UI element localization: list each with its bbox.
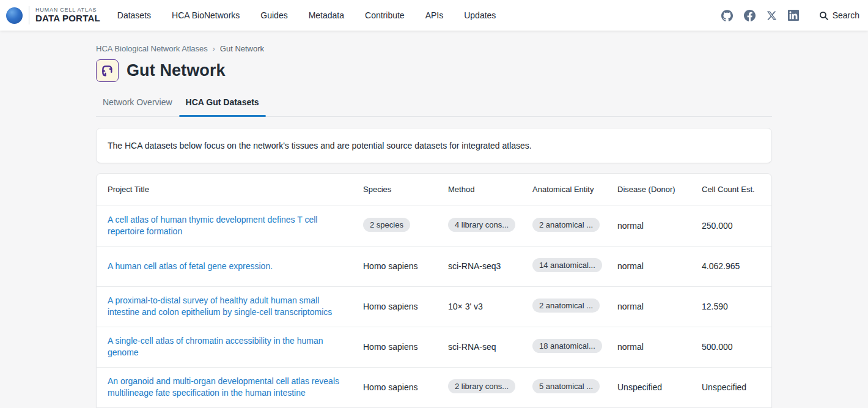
- nav-item-apis[interactable]: APIs: [425, 10, 444, 20]
- anatomical-entity-badge[interactable]: 5 anatomical ...: [532, 379, 600, 393]
- table-row: A proximal-to-distal survey of healthy a…: [97, 286, 772, 327]
- species-value: Homo sapiens: [363, 382, 418, 392]
- cell-count-value: 250.000: [702, 221, 733, 231]
- tab-network-overview[interactable]: Network Overview: [96, 92, 179, 116]
- nav-item-updates[interactable]: Updates: [464, 10, 496, 20]
- cell-count-value: 12.590: [702, 302, 728, 311]
- method-badge[interactable]: 4 library cons...: [448, 218, 515, 232]
- column-header-method: Method: [448, 174, 532, 206]
- breadcrumb: HCA Biological Network Atlases › Gut Net…: [96, 44, 772, 53]
- x-twitter-icon[interactable]: [767, 10, 777, 21]
- method-value: sci-RNA-seq: [448, 342, 496, 352]
- project-title-link[interactable]: A human cell atlas of fetal gene express…: [108, 261, 273, 272]
- top-nav-bar: HUMAN CELL ATLAS DATA PORTAL Datasets HC…: [0, 0, 868, 31]
- cell-count-value: 500.000: [702, 342, 733, 352]
- method-badge[interactable]: 2 library cons...: [448, 379, 515, 393]
- facebook-icon[interactable]: [744, 10, 756, 21]
- nav-item-guides[interactable]: Guides: [260, 10, 287, 20]
- disease-value: normal: [617, 261, 644, 271]
- cell-count-value: 4.062.965: [702, 261, 740, 271]
- anatomical-entity-badge[interactable]: 18 anatomical...: [532, 339, 602, 353]
- tab-hca-gut-datasets[interactable]: HCA Gut Datasets: [179, 92, 266, 116]
- table-row: A cell atlas of human thymic development…: [97, 206, 772, 246]
- datasets-notice: The HCA datasets below focus on the netw…: [96, 128, 772, 163]
- page-title: Gut Network: [127, 61, 226, 80]
- disease-value: normal: [617, 221, 644, 231]
- cell-count-value: Unspecified: [702, 382, 746, 392]
- gut-icon: [96, 59, 119, 82]
- linkedin-icon[interactable]: [788, 10, 799, 21]
- species-value: Homo sapiens: [363, 342, 418, 352]
- column-header-project-title: Project Title: [97, 174, 363, 206]
- datasets-table-card: Project Title Species Method Anatomical …: [96, 173, 772, 408]
- search-button[interactable]: Search: [818, 10, 859, 21]
- main-content: HCA Biological Network Atlases › Gut Net…: [0, 31, 868, 408]
- search-icon: [818, 10, 829, 21]
- nav-item-contribute[interactable]: Contribute: [365, 10, 405, 20]
- disease-value: Unspecified: [617, 382, 662, 392]
- table-row: A human cell atlas of fetal gene express…: [97, 246, 772, 286]
- project-title-link[interactable]: A cell atlas of human thymic development…: [108, 214, 352, 237]
- github-icon[interactable]: [721, 10, 733, 21]
- column-header-anatomical-entity: Anatomical Entity: [532, 174, 617, 206]
- tabs-bar: Network Overview HCA Gut Datasets: [96, 92, 772, 117]
- column-header-species: Species: [363, 174, 448, 206]
- logo-divider: [29, 6, 29, 24]
- page-title-row: Gut Network: [96, 59, 772, 82]
- column-header-disease-donor: Disease (Donor): [617, 174, 702, 206]
- logo-line2: DATA PORTAL: [35, 13, 100, 23]
- notice-text: The HCA datasets below focus on the netw…: [108, 141, 532, 150]
- hca-globe-icon: [6, 7, 23, 24]
- table-row: An organoid and multi-organ developmenta…: [97, 367, 772, 407]
- nav-item-metadata[interactable]: Metadata: [309, 10, 344, 20]
- project-title-link[interactable]: A proximal-to-distal survey of healthy a…: [108, 295, 352, 318]
- species-value: Homo sapiens: [363, 261, 418, 271]
- table-row: A single-cell atlas of chromatin accessi…: [97, 327, 772, 367]
- hca-data-portal-logo[interactable]: HUMAN CELL ATLAS DATA PORTAL: [6, 6, 100, 24]
- anatomical-entity-badge[interactable]: 2 anatomical ...: [532, 218, 600, 232]
- nav-item-datasets[interactable]: Datasets: [117, 10, 151, 20]
- anatomical-entity-badge[interactable]: 14 anatomical...: [532, 258, 602, 272]
- column-header-cell-count: Cell Count Est.: [702, 174, 772, 206]
- project-title-link[interactable]: An organoid and multi-organ developmenta…: [108, 376, 352, 399]
- project-title-link[interactable]: A single-cell atlas of chromatin accessi…: [108, 335, 352, 358]
- breadcrumb-link-atlases[interactable]: HCA Biological Network Atlases: [96, 44, 208, 53]
- species-value: Homo sapiens: [363, 302, 418, 311]
- breadcrumb-separator-icon: ›: [213, 45, 215, 53]
- nav-item-hca-bionetworks[interactable]: HCA BioNetworks: [172, 10, 240, 20]
- anatomical-entity-badge[interactable]: 2 anatomical ...: [532, 299, 600, 313]
- search-label: Search: [833, 10, 859, 20]
- disease-value: normal: [617, 302, 644, 311]
- header-right: Search: [721, 10, 859, 21]
- datasets-table: Project Title Species Method Anatomical …: [97, 174, 772, 408]
- method-value: 10× 3' v3: [448, 302, 483, 311]
- method-value: sci-RNA-seq3: [448, 261, 501, 271]
- species-badge[interactable]: 2 species: [363, 218, 410, 232]
- disease-value: normal: [617, 342, 644, 352]
- table-header-row: Project Title Species Method Anatomical …: [97, 174, 772, 206]
- breadcrumb-current: Gut Network: [220, 44, 264, 53]
- main-nav: Datasets HCA BioNetworks Guides Metadata…: [117, 10, 496, 20]
